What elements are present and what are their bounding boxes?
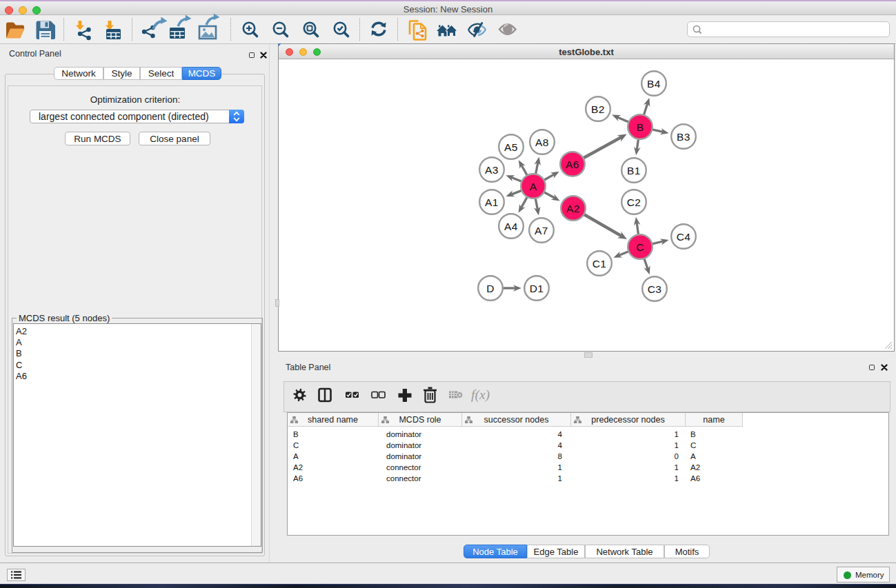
svg-text:A1: A1 bbox=[485, 196, 499, 208]
svg-text:A7: A7 bbox=[535, 225, 548, 236]
svg-text:C: C bbox=[636, 241, 644, 253]
svg-text:A6: A6 bbox=[566, 159, 579, 170]
svg-text:C1: C1 bbox=[593, 258, 607, 270]
svg-text:B3: B3 bbox=[677, 131, 690, 143]
svg-text:B1: B1 bbox=[627, 165, 641, 176]
svg-text:C4: C4 bbox=[677, 231, 691, 243]
svg-text:A5: A5 bbox=[504, 141, 518, 153]
svg-text:A4: A4 bbox=[504, 221, 518, 232]
svg-text:C3: C3 bbox=[648, 283, 662, 295]
svg-text:B: B bbox=[637, 121, 644, 133]
svg-text:A2: A2 bbox=[566, 203, 580, 214]
svg-text:B4: B4 bbox=[647, 78, 661, 90]
svg-text:D1: D1 bbox=[530, 283, 544, 294]
svg-text:B2: B2 bbox=[591, 103, 605, 115]
svg-text:D: D bbox=[486, 283, 495, 294]
svg-text:C2: C2 bbox=[627, 196, 641, 208]
svg-text:A3: A3 bbox=[485, 164, 499, 176]
svg-text:A: A bbox=[530, 181, 537, 192]
svg-text:A8: A8 bbox=[535, 136, 549, 148]
